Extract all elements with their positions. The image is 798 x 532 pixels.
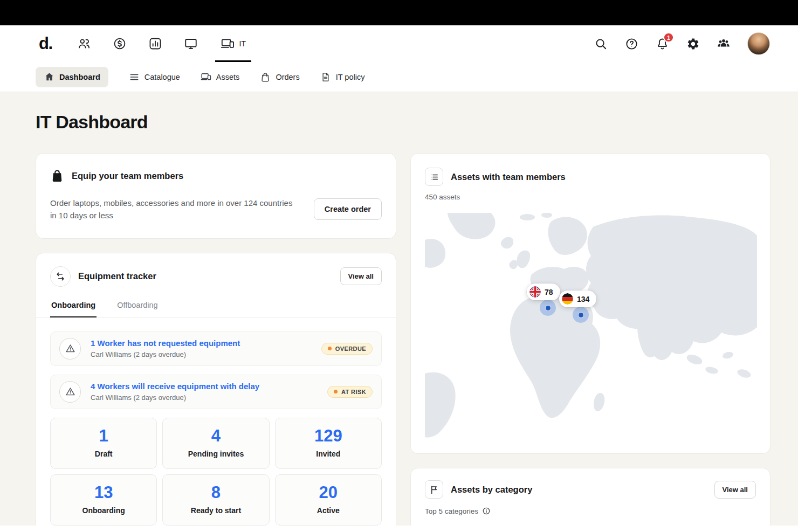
tracker-alert-row[interactable]: 4 Workers will receive equipment with de…	[50, 375, 382, 409]
stat-label: Invited	[276, 450, 381, 458]
document-icon	[320, 72, 331, 82]
marker-value: 134	[577, 295, 589, 303]
stat-value: 8	[163, 483, 269, 502]
header-nav-right: 1	[594, 32, 770, 55]
monitor-icon[interactable]	[184, 37, 198, 51]
tab-it[interactable]: IT	[219, 37, 247, 51]
main-header: d.	[0, 25, 798, 62]
subnav-item-catalogue[interactable]: Catalogue	[129, 72, 180, 82]
alert-text: 1 Worker has not requested equipment Car…	[91, 338, 312, 358]
it-tab-label: IT	[239, 39, 246, 48]
deel-logo[interactable]: d.	[39, 34, 52, 53]
money-icon[interactable]	[113, 37, 127, 51]
uk-flag-icon	[529, 286, 541, 298]
stat-value: 129	[276, 426, 381, 446]
swap-arrows-icon	[50, 266, 71, 287]
notification-count-badge: 1	[663, 32, 674, 43]
subnav-item-orders[interactable]: Orders	[260, 72, 299, 82]
stat-label: Onboarding	[51, 506, 156, 515]
stat-label: Draft	[51, 450, 156, 458]
badge-label: OVERDUE	[335, 346, 366, 352]
stat-ready-to-start[interactable]: 8 Ready to start	[162, 474, 269, 526]
map-marker-uk[interactable]: 78	[527, 284, 560, 300]
list-icon	[425, 168, 443, 186]
it-subnav: Dashboard Catalogue Assets Orders	[0, 62, 798, 92]
warning-triangle-icon	[59, 381, 81, 403]
badge-dot	[334, 390, 338, 393]
it-dashboard-page: IT Dashboard Equip your team members Ord…	[0, 92, 798, 532]
category-view-all-button[interactable]: View all	[714, 481, 756, 499]
create-order-button[interactable]: Create order	[314, 198, 382, 220]
stat-onboarding[interactable]: 13 Onboarding	[50, 474, 157, 526]
search-icon[interactable]	[594, 37, 608, 51]
stat-label: Ready to start	[163, 506, 269, 515]
assets-devices-icon	[201, 72, 211, 82]
avatar[interactable]	[747, 32, 770, 55]
alert-title-link[interactable]: 1 Worker has not requested equipment	[91, 338, 312, 348]
stat-value: 13	[51, 483, 156, 502]
tracker-view-all-button[interactable]: View all	[340, 267, 382, 285]
map-dot-germany[interactable]	[573, 307, 589, 323]
equip-team-card: Equip your team members Order laptops, m…	[36, 153, 396, 239]
window-top-bar	[0, 0, 798, 25]
map-dot-core	[578, 312, 584, 318]
stat-value: 20	[276, 483, 381, 502]
orders-bag-icon	[260, 72, 271, 82]
alert-subtitle: Carl Williams (2 days overdue)	[91, 350, 312, 358]
equip-card-title: Equip your team members	[72, 171, 183, 181]
tab-onboarding[interactable]: Onboarding	[50, 299, 97, 317]
map-dot-uk[interactable]	[540, 300, 556, 316]
alert-text: 4 Workers will receive equipment with de…	[91, 382, 318, 402]
tab-offboarding[interactable]: Offboarding	[116, 299, 159, 317]
subnav-label: Orders	[276, 73, 299, 81]
stat-active[interactable]: 20 Active	[275, 474, 382, 526]
home-icon	[44, 72, 54, 82]
tracker-alert-row[interactable]: 1 Worker has not requested equipment Car…	[50, 331, 382, 366]
help-icon[interactable]	[624, 37, 638, 51]
stat-draft[interactable]: 1 Draft	[50, 418, 157, 469]
subnav-item-dashboard[interactable]: Dashboard	[36, 67, 108, 87]
category-subtitle: Top 5 categories	[425, 507, 478, 515]
chart-icon[interactable]	[148, 37, 162, 51]
gear-icon[interactable]	[686, 37, 700, 51]
bottom-edge	[0, 526, 798, 532]
notifications[interactable]: 1	[655, 37, 669, 51]
world-map-svg	[425, 213, 757, 438]
info-icon[interactable]	[482, 507, 491, 515]
subnav-label: Assets	[216, 73, 240, 81]
stat-value: 1	[51, 426, 156, 446]
tracker-stats-grid: 1 Draft 4 Pending invites 129 Invited 13…	[50, 418, 382, 526]
bag-icon	[50, 169, 64, 183]
subnav-label: IT policy	[336, 73, 365, 81]
people-icon[interactable]	[77, 37, 91, 51]
map-marker-germany[interactable]: 134	[559, 291, 596, 307]
equip-card-description: Order laptops, mobiles, accessories and …	[50, 197, 293, 222]
catalogue-lines-icon	[129, 72, 140, 82]
tracker-card-title: Equipment tracker	[78, 271, 156, 281]
world-map: 78	[425, 213, 756, 438]
germany-flag-icon	[562, 293, 573, 305]
equipment-tracker-card: Equipment tracker View all Onboarding Of…	[36, 253, 396, 532]
it-devices-icon	[221, 37, 235, 51]
warning-triangle-icon	[59, 338, 81, 360]
subnav-label: Dashboard	[59, 73, 100, 81]
header-nav-left: d.	[39, 34, 247, 53]
map-dot-core	[545, 305, 551, 311]
status-badge-overdue: OVERDUE	[321, 343, 373, 355]
subnav-item-assets[interactable]: Assets	[201, 72, 240, 82]
assets-by-category-card: Assets by category View all Top 5 catego…	[410, 468, 771, 532]
subnav-item-it-policy[interactable]: IT policy	[320, 72, 365, 82]
stat-pending-invites[interactable]: 4 Pending invites	[162, 418, 269, 469]
team-icon[interactable]	[717, 37, 731, 51]
stat-value: 4	[163, 426, 269, 446]
category-card-title: Assets by category	[451, 485, 532, 495]
tracker-tabs: Onboarding Offboarding	[36, 299, 396, 317]
assets-map-card-title: Assets with team members	[451, 172, 566, 182]
stat-invited[interactable]: 129 Invited	[275, 418, 382, 469]
marker-value: 78	[545, 288, 553, 296]
alert-subtitle: Carl Williams (2 days overdue)	[91, 393, 318, 402]
subnav-label: Catalogue	[145, 73, 180, 81]
flag-icon	[425, 480, 443, 499]
stat-label: Active	[276, 506, 381, 515]
alert-title-link[interactable]: 4 Workers will receive equipment with de…	[91, 382, 318, 391]
